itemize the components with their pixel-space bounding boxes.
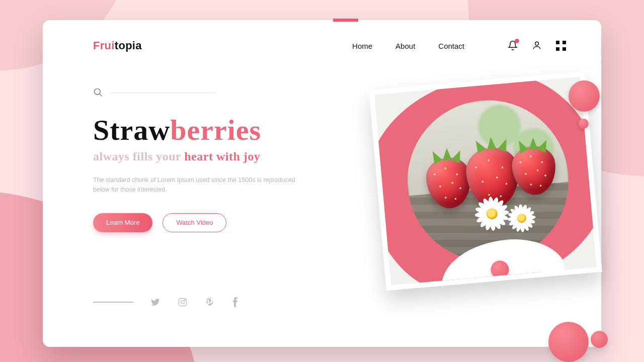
notification-icon[interactable] xyxy=(508,40,518,52)
hero-subtitle-part1: always fills your xyxy=(93,150,184,163)
hero-subtitle-part2: heart with joy xyxy=(184,150,260,163)
decor-ball xyxy=(548,322,589,362)
learn-more-button[interactable]: Learn More xyxy=(93,213,152,232)
hero-title-part2: berries xyxy=(170,114,261,146)
hero-desc: The standard chunk of Lorem Ipsum used s… xyxy=(93,175,304,195)
nav: Home About Contact xyxy=(352,40,566,52)
search-underline xyxy=(110,93,216,93)
menu-grid-icon[interactable] xyxy=(556,41,566,51)
nav-contact[interactable]: Contact xyxy=(438,42,464,50)
social-bar xyxy=(93,297,238,308)
logo-part2: topia xyxy=(115,39,142,52)
svg-line-2 xyxy=(100,94,102,97)
user-icon[interactable] xyxy=(532,40,542,52)
decor-ball xyxy=(579,119,589,129)
watch-video-button[interactable]: Watch Video xyxy=(163,213,226,232)
twitter-icon[interactable] xyxy=(150,297,160,307)
top-accent xyxy=(333,19,358,22)
svg-point-0 xyxy=(535,42,539,45)
nav-about[interactable]: About xyxy=(395,42,415,50)
hero-title-part1: Straw xyxy=(93,114,170,146)
daisy xyxy=(506,202,538,234)
header: Fruitopia Home About Contact xyxy=(93,39,566,52)
daisy xyxy=(472,194,512,233)
header-icons xyxy=(508,40,566,52)
facebook-icon[interactable] xyxy=(232,297,238,308)
logo[interactable]: Fruitopia xyxy=(93,39,142,52)
hero-frame xyxy=(369,71,602,291)
hero-illustration xyxy=(377,80,594,282)
decor-ball xyxy=(591,331,608,348)
social-line xyxy=(93,302,133,303)
notification-dot xyxy=(515,39,519,43)
decor-ball xyxy=(569,80,600,112)
instagram-icon[interactable] xyxy=(178,297,188,307)
pinterest-icon[interactable] xyxy=(205,297,215,308)
svg-point-1 xyxy=(95,89,101,95)
logo-part1: Frui xyxy=(93,39,115,52)
svg-point-5 xyxy=(185,299,186,300)
svg-point-4 xyxy=(181,300,185,304)
nav-home[interactable]: Home xyxy=(352,42,372,50)
search-icon xyxy=(93,87,103,98)
